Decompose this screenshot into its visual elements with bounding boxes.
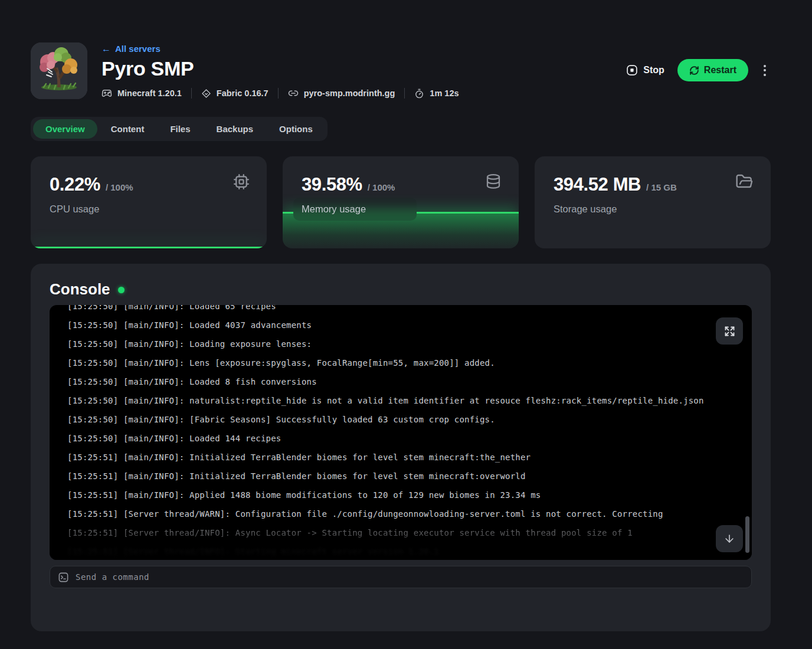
restart-button-label: Restart [704, 65, 736, 76]
server-online-status-dot [118, 287, 125, 293]
cpu-usage-label: CPU usage [50, 204, 99, 215]
restart-icon [689, 65, 699, 76]
console-log-line: [15:25:50] [main/INFO]: Lens [exposure:s… [67, 353, 734, 372]
header-actions: Stop Restart [624, 59, 771, 81]
folder-open-icon [735, 173, 754, 192]
back-link-label: All servers [115, 44, 161, 54]
tabbar: Overview Content Files Backups Options [31, 117, 328, 141]
cpu-usage-max: / 100% [106, 182, 133, 192]
link-icon [288, 88, 299, 99]
loader-icon [201, 88, 211, 99]
header-info: ← All servers Pyro SMP Minecraft 1.20.1 [102, 42, 459, 99]
cpu-chip-icon [233, 173, 250, 191]
uptime-icon [414, 88, 424, 99]
memory-usage-card: 39.58% / 100% Memory usage [283, 156, 519, 248]
console-log-line: [15:25:50] [main/INFO]: Loaded 144 recip… [67, 429, 734, 448]
console-log-line: [15:25:51] [Server thread/INFO]: Async L… [67, 523, 734, 542]
stats-grid: 0.22% / 100% CPU usage 39.58% / 100% Mem… [31, 156, 771, 248]
command-bar [50, 566, 752, 588]
tab-content[interactable]: Content [99, 119, 157, 139]
memory-usage-value: 39.58% [302, 174, 362, 195]
back-link-all-servers[interactable]: ← All servers [102, 44, 161, 54]
server-tree-icon [31, 42, 87, 99]
gamepad-icon [102, 88, 112, 99]
tab-options[interactable]: Options [267, 119, 325, 139]
meta-address-label: pyro-smp.modrinth.gg [304, 88, 395, 98]
kebab-menu-icon[interactable] [759, 61, 771, 80]
console-log-line: [15:25:50] [main/INFO]: Loaded 65 recipe… [67, 305, 734, 316]
meta-loader-label: Fabric 0.16.7 [217, 88, 269, 98]
arrow-down-icon [723, 533, 735, 545]
console-log-lines: [15:25:50] [main/INFO]: Loaded 65 recipe… [50, 305, 752, 560]
console-log-line: [15:25:51] [main/INFO]: Applied 1488 bio… [67, 486, 734, 504]
meta-loader-version: Fabric 0.16.7 [201, 88, 269, 99]
tab-files[interactable]: Files [158, 119, 202, 139]
memory-usage-max: / 100% [368, 182, 395, 192]
console-scrollbar-thumb[interactable] [745, 516, 749, 553]
stop-button-label: Stop [643, 65, 664, 76]
meta-uptime: 1m 12s [414, 88, 459, 99]
storage-usage-card: 394.52 MB / 15 GB Storage usage [535, 156, 771, 248]
console-log-line: [15:25:50] [main/INFO]: naturalist:repti… [67, 391, 734, 410]
server-meta-row: Minecraft 1.20.1 Fabric 0.16.7 [102, 88, 459, 99]
storage-usage-value: 394.52 MB [554, 174, 641, 195]
meta-divider [191, 88, 192, 99]
console-log-line: [15:25:51] [main/INFO]: Initialized Terr… [67, 467, 734, 486]
command-input[interactable] [76, 572, 744, 582]
meta-minecraft-version: Minecraft 1.20.1 [102, 88, 182, 99]
terminal-icon [58, 572, 69, 583]
meta-divider [404, 88, 405, 99]
console-panel: Console [15:25:50] [main/INFO]: Loaded 6… [31, 264, 771, 631]
meta-minecraft-label: Minecraft 1.20.1 [117, 88, 182, 98]
console-log-line: [15:25:50] [main/INFO]: [Fabric Seasons]… [67, 410, 734, 429]
stop-icon [626, 64, 638, 76]
server-icon [31, 42, 87, 99]
console-log-viewport[interactable]: [15:25:50] [main/INFO]: Loaded 65 recipe… [50, 305, 752, 560]
memory-usage-label: Memory usage [293, 198, 417, 221]
cpu-usage-card: 0.22% / 100% CPU usage [31, 156, 267, 248]
back-arrow-icon: ← [102, 44, 111, 54]
console-log-line: [15:25:51] [Server thread/INFO]: Startin… [67, 542, 734, 560]
console-log-line: [15:25:50] [main/INFO]: Loaded 4037 adva… [67, 316, 734, 335]
console-log-line: [15:25:51] [main/INFO]: Initialized Terr… [67, 448, 734, 467]
page-title: Pyro SMP [102, 57, 459, 80]
stop-button[interactable]: Stop [624, 61, 667, 80]
meta-divider [278, 88, 279, 99]
console-log-line: [15:25:50] [main/INFO]: Loaded 8 fish co… [67, 372, 734, 391]
expand-icon [723, 325, 736, 337]
scroll-to-bottom-button[interactable] [716, 525, 743, 552]
storage-usage-label: Storage usage [554, 204, 617, 215]
cpu-usage-value: 0.22% [50, 174, 100, 195]
storage-usage-max: / 15 GB [646, 182, 677, 192]
console-expand-button[interactable] [716, 317, 743, 345]
tab-backups[interactable]: Backups [204, 119, 266, 139]
meta-server-address[interactable]: pyro-smp.modrinth.gg [288, 88, 395, 99]
console-log-line: [15:25:50] [main/INFO]: Loading exposure… [67, 335, 734, 353]
restart-button[interactable]: Restart [677, 59, 748, 81]
cpu-usage-fill [31, 247, 267, 248]
meta-uptime-label: 1m 12s [430, 88, 459, 98]
server-header: ← All servers Pyro SMP Minecraft 1.20.1 [31, 42, 771, 99]
console-log-line: [15:25:51] [Server thread/WARN]: Configu… [67, 504, 734, 523]
database-icon [484, 173, 502, 191]
page: ← All servers Pyro SMP Minecraft 1.20.1 [0, 0, 812, 649]
tab-overview[interactable]: Overview [33, 119, 97, 139]
console-title: Console [50, 280, 110, 298]
